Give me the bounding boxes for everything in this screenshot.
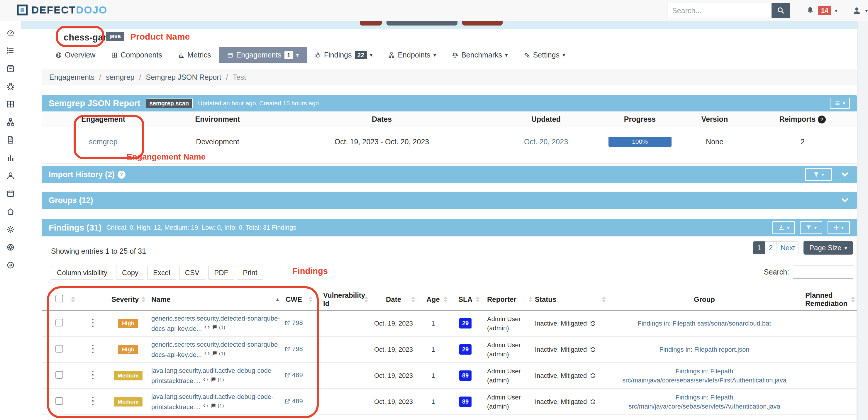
question-circle-icon[interactable]: ?	[118, 171, 125, 179]
scrollbar-gutter[interactable]	[858, 21, 868, 420]
global-search-input[interactable]	[667, 3, 772, 18]
pdf-button[interactable]: PDF	[208, 266, 234, 280]
groups-section-bar[interactable]: Groups (12)	[42, 192, 857, 209]
cwe-link[interactable]: 798	[284, 345, 303, 353]
row-checkbox[interactable]	[55, 371, 63, 379]
sort-icon[interactable]	[443, 296, 447, 302]
sidebar-metrics-icon[interactable]	[0, 149, 21, 167]
row-actions-kebab-icon[interactable]: ⋮	[88, 317, 98, 328]
row-checkbox[interactable]	[55, 345, 63, 353]
history-icon[interactable]	[589, 372, 596, 379]
group-link[interactable]: Findings in: Filepathsrc/main/java/core/…	[622, 367, 786, 384]
sort-icon[interactable]	[851, 296, 855, 302]
import-history-collapse-chevron-icon[interactable]	[840, 170, 850, 180]
user-menu-caret-icon[interactable]: ▾	[865, 8, 868, 13]
sidebar-support-icon[interactable]	[0, 238, 21, 256]
import-history-section-bar[interactable]: Import History (2) ? ▾	[42, 166, 857, 183]
sidebar-components-icon[interactable]	[0, 95, 21, 113]
finding-name-link[interactable]: generic.secrets.security.detected-sonarq…	[151, 340, 280, 359]
header-reporter[interactable]: Reporter	[482, 289, 534, 310]
sort-icon[interactable]	[528, 296, 532, 302]
scan-type-badge[interactable]: semgrep scan	[146, 98, 193, 108]
header-age[interactable]: Age	[417, 289, 449, 310]
sidebar-findings-bug-icon[interactable]	[0, 77, 21, 95]
sort-icon[interactable]	[411, 296, 415, 302]
sidebar-training-icon[interactable]	[0, 202, 21, 220]
pagination-page-2[interactable]: 2	[765, 241, 777, 254]
excel-button[interactable]: Excel	[147, 266, 176, 280]
table-search-input[interactable]	[793, 265, 853, 279]
breadcrumb-semgrep[interactable]: semgrep	[106, 73, 134, 82]
history-icon[interactable]	[589, 398, 596, 405]
sidebar-users-icon[interactable]	[0, 167, 21, 184]
engagement-link[interactable]: semgrep	[89, 138, 117, 146]
tab-engagements[interactable]: Engagements 1 ▾	[219, 47, 307, 63]
notification-count-badge[interactable]: 14	[818, 6, 831, 15]
findings-filter-button[interactable]: ▾	[800, 221, 822, 234]
search-button[interactable]	[772, 3, 790, 18]
sidebar-products-icon[interactable]	[0, 59, 21, 77]
group-link[interactable]: Findings in: Filepath sast/sonar/sonarcl…	[638, 320, 771, 327]
cwe-link[interactable]: 489	[284, 397, 303, 405]
sidebar-calendar-icon[interactable]	[0, 184, 21, 202]
header-status[interactable]: Status	[534, 289, 608, 310]
group-link[interactable]: Findings in: Filepathsrc/main/java/core/…	[628, 394, 780, 410]
history-icon[interactable]	[589, 320, 596, 327]
header-name[interactable]: Name▲	[147, 289, 282, 310]
test-menu-button[interactable]: ▾	[830, 98, 850, 109]
question-circle-icon[interactable]: ?	[818, 116, 826, 123]
sort-icon[interactable]	[309, 296, 313, 302]
sort-icon[interactable]	[141, 296, 146, 302]
select-all-checkbox[interactable]	[55, 295, 63, 302]
finding-name-link[interactable]: java.lang.security.audit.active-debug-co…	[151, 366, 280, 385]
header-planned-remediation[interactable]: Planned Remediation	[801, 289, 857, 310]
tab-benchmarks[interactable]: Benchmarks ▾	[444, 47, 516, 63]
sort-icon[interactable]	[476, 296, 480, 302]
header-group[interactable]: Group	[608, 289, 801, 310]
bell-icon[interactable]	[806, 6, 815, 15]
group-link[interactable]: Findings in: Filepath report.json	[659, 346, 749, 353]
sidebar-tasks-icon[interactable]	[0, 41, 21, 59]
groups-collapse-chevron-icon[interactable]	[840, 195, 850, 205]
cwe-link[interactable]: 489	[284, 371, 303, 379]
sidebar-reports-icon[interactable]	[0, 131, 21, 149]
breadcrumb-engagements[interactable]: Engagements	[49, 73, 94, 82]
page-size-button[interactable]: Page Size ▾	[804, 241, 853, 254]
updated-link[interactable]: Oct. 20, 2023	[524, 138, 568, 146]
header-sla[interactable]: SLA	[449, 289, 482, 310]
tab-metrics[interactable]: Metrics	[170, 47, 219, 63]
breadcrumb-report[interactable]: Semgrep JSON Report	[146, 73, 221, 82]
user-icon[interactable]	[852, 6, 862, 15]
row-checkbox[interactable]	[55, 397, 63, 405]
row-actions-kebab-icon[interactable]: ⋮	[88, 369, 98, 380]
finding-name-link[interactable]: generic.secrets.security.detected-sonarq…	[151, 314, 280, 333]
header-date[interactable]: Date	[370, 289, 417, 310]
copy-button[interactable]: Copy	[116, 266, 144, 280]
tab-settings[interactable]: Settings ▾	[516, 47, 573, 63]
sort-icon[interactable]	[364, 296, 368, 302]
finding-name-link[interactable]: java.lang.security.audit.active-debug-co…	[151, 392, 280, 412]
sort-icon[interactable]	[602, 296, 606, 302]
defectdojo-logo[interactable]: DEFECTDOJO	[17, 4, 107, 16]
pagination-page-1[interactable]: 1	[753, 241, 765, 254]
sort-icon[interactable]	[71, 296, 75, 302]
header-severity[interactable]: Severity	[109, 289, 147, 310]
column-visibility-button[interactable]: Column visibility	[51, 266, 113, 280]
cwe-link[interactable]: 798	[284, 319, 303, 327]
notifications-caret-icon[interactable]: ▾	[835, 8, 837, 13]
sort-ascending-icon[interactable]: ▲	[275, 297, 280, 302]
header-vulnerability-id[interactable]: Vulnerability Id	[314, 289, 370, 310]
header-cwe[interactable]: CWE	[282, 289, 314, 310]
import-history-filter-button[interactable]: ▾	[805, 168, 832, 181]
findings-add-button[interactable]: + ▾	[828, 221, 850, 234]
row-actions-kebab-icon[interactable]: ⋮	[88, 343, 98, 354]
sidebar-dashboard-icon[interactable]	[0, 24, 21, 41]
row-checkbox[interactable]	[55, 319, 63, 326]
sidebar-endpoints-sitemap-icon[interactable]	[0, 113, 21, 131]
csv-button[interactable]: CSV	[179, 266, 205, 280]
print-button[interactable]: Print	[237, 266, 263, 280]
findings-download-button[interactable]: ▾	[772, 221, 795, 234]
tab-components[interactable]: Components	[103, 47, 170, 63]
row-actions-kebab-icon[interactable]: ⋮	[88, 395, 98, 406]
tab-endpoints[interactable]: Endpoints ▾	[380, 47, 444, 63]
